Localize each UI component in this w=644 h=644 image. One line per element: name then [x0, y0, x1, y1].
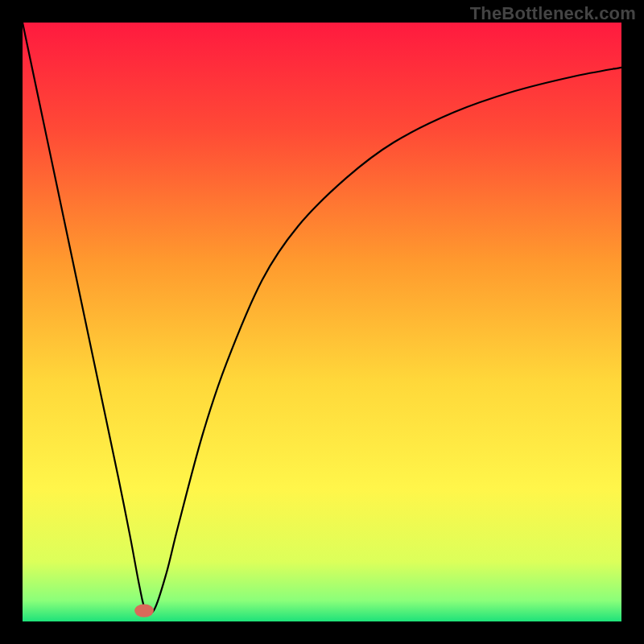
plot-area [23, 23, 621, 621]
gradient-background [23, 23, 621, 621]
chart-frame: TheBottleneck.com [0, 0, 644, 644]
min-marker [134, 604, 154, 617]
watermark-text: TheBottleneck.com [470, 3, 636, 24]
chart-svg [23, 23, 621, 621]
